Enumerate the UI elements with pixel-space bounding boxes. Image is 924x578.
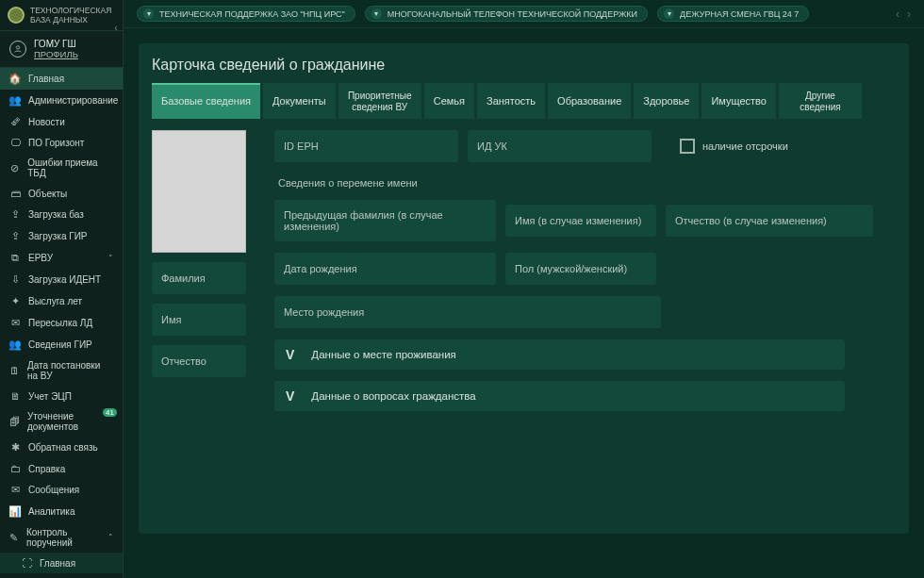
tab[interactable]: Приоритетные сведения ВУ <box>338 83 421 119</box>
sidebar-item-msg[interactable]: ✉Сообщения <box>0 479 123 501</box>
app-title: ТЕХНОЛОГИЧЕСКАЯ БАЗА ДАННЫХ <box>30 6 111 25</box>
sidebar-item-analytics[interactable]: 📊Аналитика <box>0 501 123 522</box>
sidebar-item-objects[interactable]: 🗃Объекты <box>0 183 123 204</box>
chevron-down-icon: ▾ <box>664 8 674 19</box>
sidebar-item-help[interactable]: 🗀Справка <box>0 458 123 479</box>
nav-next[interactable]: › <box>907 8 911 21</box>
avatar-icon <box>9 41 26 58</box>
prev-patronymic-field[interactable]: Отчество (в случае изменения) <box>666 205 873 237</box>
ecp-icon: 🗎 <box>9 390 21 402</box>
ident-icon: ⇩ <box>9 273 21 286</box>
right-column: ID ЕРН ИД УК наличие отсрочки Сведения о… <box>274 130 896 411</box>
topbar-pill-label: МНОГОКАНАЛЬНЫЙ ТЕЛЕФОН ТЕХНИЧЕСКОЙ ПОДДЕ… <box>388 9 637 19</box>
sidebar-item-gir[interactable]: 👥Сведения ГИР <box>0 334 123 355</box>
home2-icon: ⛶ <box>21 557 32 569</box>
sidebar-item-control[interactable]: ✎Контроль поручений˄ <box>0 522 123 553</box>
sex-field[interactable]: Пол (мужской/женский) <box>505 253 656 285</box>
sidebar-item-ecp[interactable]: 🗎Учет ЭЦП <box>0 386 123 406</box>
sidebar-item-label: Загрузка баз <box>28 209 84 220</box>
tab[interactable]: Семья <box>424 83 474 119</box>
dob-field[interactable]: Дата рождения <box>274 253 496 285</box>
photo-placeholder[interactable] <box>152 130 246 253</box>
chevron-down-icon: ▾ <box>143 8 154 19</box>
tab[interactable]: Занятость <box>477 83 545 119</box>
chevron-down-icon: ˅ <box>108 254 113 263</box>
prev-name-field[interactable]: Имя (в случае изменения) <box>505 205 656 237</box>
sidebar-item-forward[interactable]: ✉Пересылка ЛД <box>0 312 123 334</box>
content-wrap: Карточка сведений о гражданине Базовые с… <box>124 28 924 578</box>
upload-icon: ⇪ <box>9 208 21 221</box>
name-change-header: Сведения о перемене имени <box>274 173 896 189</box>
date-icon: 🗓 <box>9 365 20 376</box>
sidebar-item-feedback[interactable]: ✱Обратная связь <box>0 437 123 458</box>
tab[interactable]: Документы <box>263 83 336 119</box>
sidebar-item-home[interactable]: 🏠Главная <box>0 68 123 90</box>
ervu-icon: ⧉ <box>9 252 21 264</box>
sidebar-item-upload[interactable]: ⇪Загрузка баз <box>0 204 123 225</box>
sidebar-item-errors[interactable]: ⊘Ошибки приема ТБД <box>0 153 123 183</box>
profile-name: ГОМУ ГШ <box>34 39 78 49</box>
surname-field[interactable]: Фамилия <box>152 262 246 294</box>
sidebar-item-label: Обратная связь <box>28 442 98 453</box>
pob-field[interactable]: Место рождения <box>274 296 661 328</box>
tab[interactable]: Образование <box>548 83 631 119</box>
sidebar-item-ervu[interactable]: ⧉ЕРВУ˅ <box>0 247 123 269</box>
topbar-pill-support[interactable]: ▾ ТЕХНИЧЕСКАЯ ПОДДЕРЖКА ЗАО "НПЦ ИРС" <box>137 6 355 22</box>
tab[interactable]: Базовые сведения <box>152 83 260 119</box>
topbar-pill-label: ДЕЖУРНАЯ СМЕНА ГВЦ 24 7 <box>680 9 799 19</box>
sidebar-item-label: Пересылка ЛД <box>28 318 92 328</box>
sidebar-item-upload2[interactable]: ⇪Загрузка ГИР <box>0 225 123 247</box>
card: Карточка сведений о гражданине Базовые с… <box>139 43 909 534</box>
profile-link[interactable]: ПРОФИЛЬ <box>34 49 78 59</box>
sidebar-item-label: Сведения ГИР <box>28 339 92 350</box>
tab[interactable]: Имущество <box>701 83 776 119</box>
accordion-citizenship[interactable]: V Данные о вопросах гражданства <box>274 381 845 411</box>
gir-icon: 👥 <box>9 339 21 351</box>
name-field[interactable]: Имя <box>152 304 246 336</box>
sidebar-item-admin[interactable]: 👥Администрирование <box>0 90 123 111</box>
sidebar-item-label: Ошибки приема ТБД <box>27 157 113 178</box>
id-ern-field[interactable]: ID ЕРН <box>274 130 458 162</box>
sidebar-item-home2[interactable]: ⛶Главная <box>0 553 123 573</box>
deferral-checkbox-group[interactable]: наличие отсрочки <box>680 139 788 154</box>
id-uk-field[interactable]: ИД УК <box>468 130 652 162</box>
sidebar-item-label: Новости <box>28 117 65 127</box>
patronymic-field[interactable]: Отчество <box>152 345 246 377</box>
sidebar-item-label: Справка <box>28 464 65 474</box>
sidebar-item-label: Сообщения <box>28 485 79 495</box>
topbar: ▾ ТЕХНИЧЕСКАЯ ПОДДЕРЖКА ЗАО "НПЦ ИРС" ▾ … <box>124 0 924 28</box>
sidebar-item-date[interactable]: 🗓Дата постановки на ВУ <box>0 355 123 386</box>
topbar-nav-arrows: ‹ › <box>896 8 911 21</box>
sidebar-item-label: Главная <box>40 558 75 569</box>
tab[interactable]: Другие сведения <box>779 83 862 119</box>
app-logo-icon <box>8 7 25 24</box>
left-column: Фамилия Имя Отчество <box>152 130 256 411</box>
sidebar-item-label: Объекты <box>28 189 67 199</box>
profile-block: ГОМУ ГШ ПРОФИЛЬ <box>0 31 123 68</box>
sidebar-item-label: Учет ЭЦП <box>28 391 72 402</box>
badge: 41 <box>103 408 117 417</box>
sidebar-item-ident[interactable]: ⇩Загрузка ИДЕНТ <box>0 269 123 290</box>
chevron-up-icon: ˄ <box>108 533 113 542</box>
svg-point-0 <box>16 46 19 49</box>
sidebar-item-horizon[interactable]: 🖵ПО Горизонт <box>0 132 123 153</box>
prev-surname-field[interactable]: Предыдущая фамилия (в случае изменения) <box>274 200 496 241</box>
feedback-icon: ✱ <box>9 441 21 454</box>
analytics-icon: 📊 <box>9 505 21 518</box>
tabs: Базовые сведенияДокументыПриоритетные св… <box>152 83 896 119</box>
sidebar-item-news[interactable]: 🗞Новости <box>0 111 123 132</box>
nav-prev[interactable]: ‹ <box>896 8 899 21</box>
objects-icon: 🗃 <box>9 188 21 199</box>
accordion-label: Данные о месте проживания <box>311 349 456 360</box>
accordion-label: Данные о вопросах гражданства <box>311 390 475 402</box>
sidebar-item-docfix[interactable]: 🗐Уточнение документов41 <box>0 406 123 437</box>
topbar-pill-shift[interactable]: ▾ ДЕЖУРНАЯ СМЕНА ГВЦ 24 7 <box>657 6 809 22</box>
topbar-pill-phone[interactable]: ▾ МНОГОКАНАЛЬНЫЙ ТЕЛЕФОН ТЕХНИЧЕСКОЙ ПОД… <box>365 6 648 22</box>
accordion-residence[interactable]: V Данные о месте проживания <box>274 339 845 370</box>
msg-icon: ✉ <box>9 484 21 496</box>
tab[interactable]: Здоровье <box>634 83 699 119</box>
checkbox-icon[interactable] <box>680 139 695 154</box>
sidebar-collapse-toggle[interactable]: ‹ <box>109 0 123 55</box>
sidebar-item-years[interactable]: ✦Выслуга лет <box>0 290 123 312</box>
sidebar-item-label: Загрузка ИДЕНТ <box>28 274 101 285</box>
